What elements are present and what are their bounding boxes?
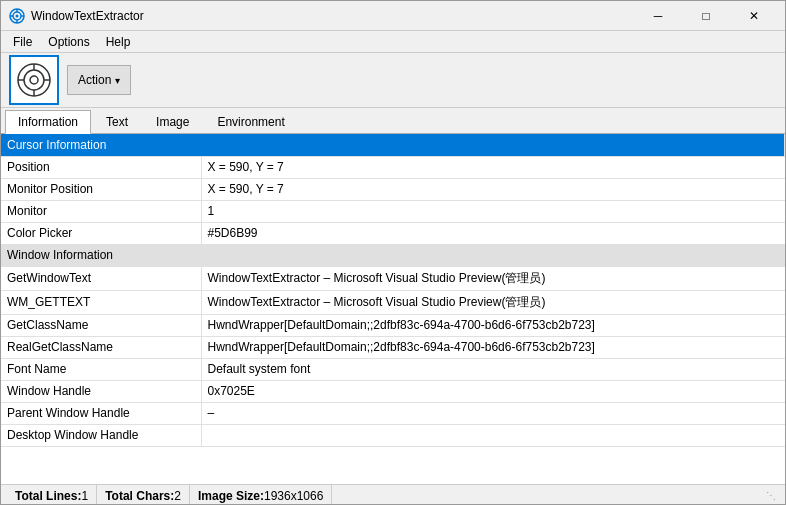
table-row[interactable]: Desktop Window Handle: [1, 424, 785, 446]
row-value: WindowTextExtractor – Microsoft Visual S…: [201, 290, 785, 314]
row-value: 0x7025E: [201, 380, 785, 402]
svg-point-2: [16, 14, 19, 17]
row-value: WindowTextExtractor – Microsoft Visual S…: [201, 266, 785, 290]
minimize-button[interactable]: ─: [635, 1, 681, 31]
image-size-value: 1936x1066: [264, 489, 323, 503]
toolbar: Action ▾: [1, 53, 785, 108]
row-key: WM_GETTEXT: [1, 290, 201, 314]
tab-information[interactable]: Information: [5, 110, 91, 134]
table-row[interactable]: WM_GETTEXTWindowTextExtractor – Microsof…: [1, 290, 785, 314]
row-key: GetClassName: [1, 314, 201, 336]
image-size-item: Image Size: 1936x1066: [190, 485, 332, 505]
row-key: Desktop Window Handle: [1, 424, 201, 446]
row-value: #5D6B99: [201, 222, 785, 244]
section-row-0: Cursor Information: [1, 134, 785, 156]
tab-environment[interactable]: Environment: [204, 110, 297, 133]
menu-help[interactable]: Help: [98, 33, 139, 51]
target-button[interactable]: [9, 55, 59, 105]
row-value: X = 590, Y = 7: [201, 178, 785, 200]
row-value: [201, 424, 785, 446]
resize-handle[interactable]: ⋱: [763, 488, 779, 504]
section-header-0: Cursor Information: [1, 134, 785, 156]
row-key: Position: [1, 156, 201, 178]
tab-image[interactable]: Image: [143, 110, 202, 133]
total-lines-label: Total Lines:: [15, 489, 81, 503]
row-value: HwndWrapper[DefaultDomain;;2dfbf83c-694a…: [201, 336, 785, 358]
row-key: Color Picker: [1, 222, 201, 244]
menu-file[interactable]: File: [5, 33, 40, 51]
row-value: Default system font: [201, 358, 785, 380]
total-chars-label: Total Chars:: [105, 489, 174, 503]
menu-bar: File Options Help: [1, 31, 785, 53]
section-row-1: Window Information: [1, 244, 785, 266]
table-row[interactable]: GetWindowTextWindowTextExtractor – Micro…: [1, 266, 785, 290]
row-value: 1: [201, 200, 785, 222]
title-bar: WindowTextExtractor ─ □ ✕: [1, 1, 785, 31]
tab-text[interactable]: Text: [93, 110, 141, 133]
row-key: Parent Window Handle: [1, 402, 201, 424]
status-bar: Total Lines: 1 Total Chars: 2 Image Size…: [1, 484, 785, 505]
app-icon: [9, 8, 25, 24]
row-key: Font Name: [1, 358, 201, 380]
total-lines-value: 1: [81, 489, 88, 503]
info-table: Cursor InformationPositionX = 590, Y = 7…: [1, 134, 785, 447]
row-key: Monitor Position: [1, 178, 201, 200]
app-title: WindowTextExtractor: [31, 9, 635, 23]
table-row[interactable]: Monitor1: [1, 200, 785, 222]
total-chars-value: 2: [174, 489, 181, 503]
table-row[interactable]: Monitor PositionX = 590, Y = 7: [1, 178, 785, 200]
table-row[interactable]: Color Picker#5D6B99: [1, 222, 785, 244]
total-chars-item: Total Chars: 2: [97, 485, 190, 505]
total-lines-item: Total Lines: 1: [7, 485, 97, 505]
row-key: Monitor: [1, 200, 201, 222]
row-value: –: [201, 402, 785, 424]
window-controls: ─ □ ✕: [635, 1, 777, 31]
main-content: Cursor InformationPositionX = 590, Y = 7…: [1, 134, 785, 484]
svg-point-8: [24, 70, 44, 90]
image-size-label: Image Size:: [198, 489, 264, 503]
table-row[interactable]: Font NameDefault system font: [1, 358, 785, 380]
svg-point-9: [30, 76, 38, 84]
table-row[interactable]: RealGetClassNameHwndWrapper[DefaultDomai…: [1, 336, 785, 358]
table-row[interactable]: Window Handle0x7025E: [1, 380, 785, 402]
maximize-button[interactable]: □: [683, 1, 729, 31]
row-key: Window Handle: [1, 380, 201, 402]
menu-options[interactable]: Options: [40, 33, 97, 51]
action-button[interactable]: Action ▾: [67, 65, 131, 95]
table-row[interactable]: Parent Window Handle–: [1, 402, 785, 424]
table-row[interactable]: GetClassNameHwndWrapper[DefaultDomain;;2…: [1, 314, 785, 336]
tab-bar: Information Text Image Environment: [1, 108, 785, 134]
row-value: X = 590, Y = 7: [201, 156, 785, 178]
table-row[interactable]: PositionX = 590, Y = 7: [1, 156, 785, 178]
row-key: GetWindowText: [1, 266, 201, 290]
close-button[interactable]: ✕: [731, 1, 777, 31]
section-header-1: Window Information: [1, 244, 785, 266]
row-value: HwndWrapper[DefaultDomain;;2dfbf83c-694a…: [201, 314, 785, 336]
row-key: RealGetClassName: [1, 336, 201, 358]
